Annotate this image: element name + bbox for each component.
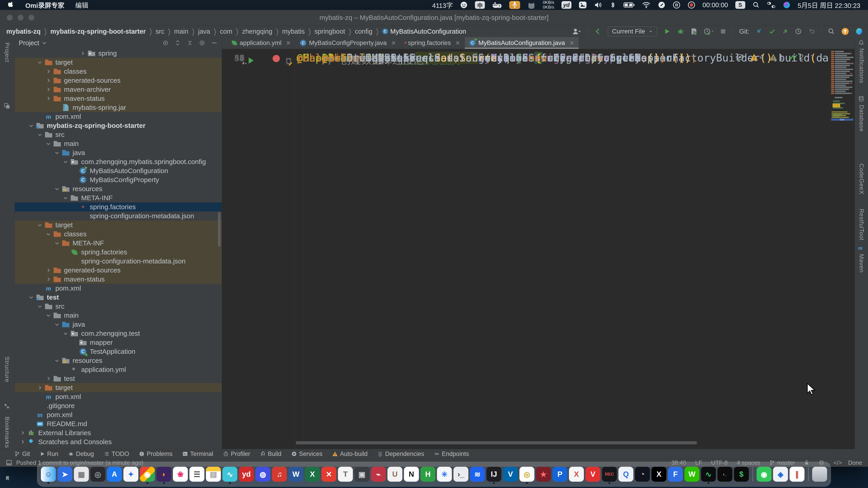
- dock-safari[interactable]: ✦: [123, 467, 138, 482]
- tree-item-external-libraries[interactable]: External Libraries: [15, 428, 222, 437]
- tree-toggle-icon[interactable]: [18, 440, 27, 445]
- dock-word[interactable]: W: [288, 467, 303, 482]
- minimize-window-button[interactable]: [18, 15, 24, 21]
- tree-toggle-icon[interactable]: [53, 150, 61, 155]
- dock-parallels-app[interactable]: ∥: [789, 467, 804, 482]
- tree-toggle-icon[interactable]: [44, 376, 53, 381]
- dock-textedit[interactable]: T: [338, 467, 353, 482]
- breadcrumb-item-zhengqing[interactable]: zhengqing: [241, 28, 274, 35]
- tree-toggle-icon[interactable]: [44, 268, 53, 273]
- tree-item-generated-sources[interactable]: generated-sources: [15, 266, 222, 275]
- menubar-bluetooth-icon[interactable]: [610, 0, 616, 9]
- tree-item-mybatis-zq-spring-boot-starter[interactable]: mybatis-zq-spring-boot-starter: [15, 121, 222, 130]
- gutter-icons[interactable]: ★▾: [243, 54, 254, 66]
- inspections-widget[interactable]: !4 !1 ✓✓2 ⌃ ⌄: [735, 53, 825, 62]
- dock-blue-p-app[interactable]: P: [553, 467, 567, 482]
- tree-item-generated-sources[interactable]: generated-sources: [15, 76, 222, 85]
- dock-quicktime[interactable]: Q: [618, 467, 633, 482]
- tree-item-resources[interactable]: resources: [15, 184, 222, 193]
- tree-item-scratches-and-consoles[interactable]: Scratches and Consoles: [15, 437, 222, 447]
- tool-window-button-problems[interactable]: Problems: [139, 451, 173, 457]
- tree-item-maven-status[interactable]: maven-status: [15, 275, 222, 284]
- menubar-spotlight-icon[interactable]: [752, 0, 760, 9]
- menu-item-edit[interactable]: 编辑: [75, 0, 88, 10]
- bookmark-icon[interactable]: [4, 475, 11, 482]
- zoom-window-button[interactable]: [29, 15, 34, 21]
- tree-toggle-icon[interactable]: [44, 141, 53, 146]
- breadcrumb-item-com[interactable]: com: [219, 28, 234, 35]
- dock-red-star-app[interactable]: ★: [536, 467, 551, 482]
- tree-item-testapplication[interactable]: CTestApplication: [15, 347, 222, 356]
- menubar-record-stop-icon[interactable]: [688, 0, 695, 9]
- tree-toggle-icon[interactable]: [27, 295, 35, 300]
- tree-toggle-icon[interactable]: [35, 60, 44, 65]
- tree-toggle-icon[interactable]: [79, 51, 87, 56]
- tree-item-mapper[interactable]: mapper: [15, 338, 222, 347]
- menubar-docker-status-icon[interactable]: [492, 0, 502, 9]
- tree-item-pom-xml[interactable]: mpom.xml: [15, 392, 222, 401]
- tree-item-pom-xml[interactable]: mpom.xml: [15, 410, 222, 419]
- tool-window-button-dependencies[interactable]: Dependencies: [377, 451, 424, 457]
- tool-window-project-label[interactable]: Project: [4, 42, 11, 62]
- run-button[interactable]: [663, 28, 671, 35]
- menubar-smiley-icon[interactable]: [460, 0, 468, 9]
- menubar-pause-icon[interactable]: [673, 0, 680, 9]
- tool-window-button-auto-build[interactable]: Auto-build: [332, 451, 368, 457]
- tree-item-java[interactable]: java: [15, 148, 222, 157]
- tree-toggle-icon[interactable]: [61, 331, 70, 336]
- tree-toggle-icon[interactable]: [35, 132, 44, 137]
- menubar-clock[interactable]: 5月5日 周日 22:30:23: [798, 0, 860, 9]
- dock-red-graph-app[interactable]: ⌁: [371, 467, 386, 482]
- apple-menu-icon[interactable]: [8, 0, 14, 9]
- dock-docker[interactable]: ≋: [470, 467, 485, 482]
- tree-item-spring-configuration-metadata-json[interactable]: {}spring-configuration-metadata.json: [15, 212, 222, 221]
- tree-item-meta-inf[interactable]: META-INF: [15, 193, 222, 202]
- dock-feishu[interactable]: F: [668, 467, 683, 482]
- breadcrumb-item-springboot[interactable]: springboot: [313, 28, 346, 35]
- tree-item-main[interactable]: main: [15, 139, 222, 148]
- settings-gear-icon[interactable]: [199, 39, 206, 46]
- tree-item-src[interactable]: src: [15, 130, 222, 139]
- code-editor[interactable]: 36@MapperScan("com.zhengqing.mybatis.dem…: [222, 49, 855, 449]
- dock-h-flag-app[interactable]: H: [421, 467, 435, 482]
- dock-chrome[interactable]: ◉: [140, 467, 155, 482]
- git-update-button[interactable]: [756, 28, 763, 35]
- dock-intellij-idea[interactable]: IJ: [487, 467, 501, 482]
- tree-item-maven-status[interactable]: maven-status: [15, 94, 222, 103]
- menubar-youdao-icon[interactable]: yd: [561, 1, 571, 9]
- tool-window-button-todo[interactable]: TODO: [104, 451, 129, 457]
- tool-window-notifications-label[interactable]: Notifications: [858, 48, 865, 84]
- tree-item-meta-inf[interactable]: META-INF: [15, 238, 222, 248]
- tree-toggle-icon[interactable]: [44, 313, 53, 318]
- dock-red-claw-app[interactable]: V: [585, 467, 600, 482]
- dock-facetime[interactable]: ◉: [756, 467, 772, 482]
- tree-item-test[interactable]: test: [15, 374, 222, 383]
- tree-item-src[interactable]: src: [15, 302, 222, 311]
- run-gutter-icon[interactable]: [249, 54, 254, 66]
- refactor-arrow-icon[interactable]: [594, 28, 601, 35]
- menubar-word-count[interactable]: 4113字: [432, 0, 453, 9]
- tool-window-codegeex-label[interactable]: CodeGeeX: [858, 164, 865, 195]
- tree-item-application-yml[interactable]: application.yml: [15, 365, 222, 374]
- tree-toggle-icon[interactable]: [61, 159, 70, 164]
- tree-toggle-icon[interactable]: [44, 232, 53, 236]
- tree-item-target[interactable]: target: [15, 221, 222, 230]
- dock-terminal-green[interactable]: $: [734, 467, 749, 482]
- commit-tool-icon[interactable]: [4, 103, 10, 109]
- tab-spring-factories[interactable]: ★spring.factories✕: [401, 37, 465, 49]
- codegeex-sphere-icon[interactable]: [855, 28, 863, 35]
- menu-app-name[interactable]: Omi录屏专家: [25, 0, 64, 10]
- structure-icon[interactable]: [4, 403, 10, 410]
- dock-notes[interactable]: ▤: [206, 467, 221, 482]
- tree-toggle-icon[interactable]: [44, 96, 53, 101]
- tree-item-spring[interactable]: spring: [15, 49, 222, 58]
- menubar-control-center-icon[interactable]: [767, 0, 776, 9]
- reader-mode-eye-icon[interactable]: [735, 54, 744, 61]
- tree-toggle-icon[interactable]: [35, 223, 44, 228]
- warnings-badge[interactable]: !4: [750, 53, 764, 61]
- tab-mybatisautoconfiguration-java[interactable]: CMyBatisAutoConfiguration.java✕: [465, 37, 579, 49]
- breakpoint-icon[interactable]: [273, 55, 280, 62]
- project-panel-header[interactable]: Project: [15, 37, 222, 49]
- dock-activity-monitor[interactable]: ∿: [701, 467, 716, 482]
- tool-window-button-build[interactable]: Build: [260, 451, 281, 457]
